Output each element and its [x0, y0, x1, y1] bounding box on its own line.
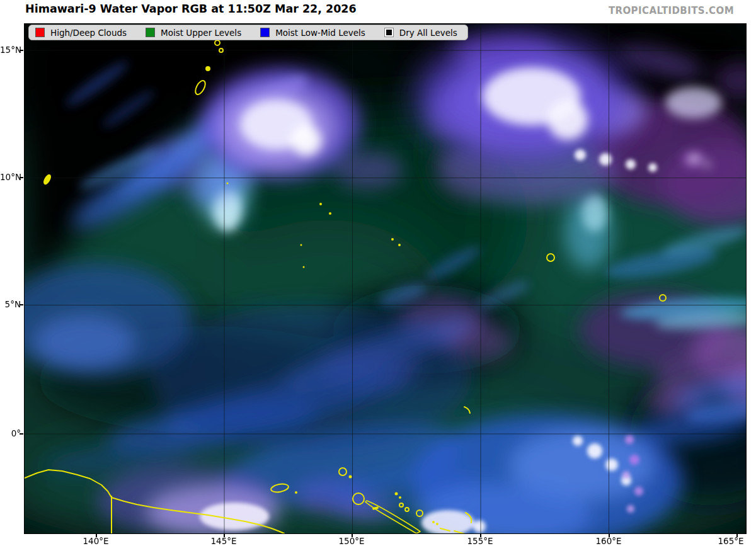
legend-item-dry-all-levels: Dry All Levels [384, 28, 457, 38]
water-vapor-imagery [25, 24, 746, 533]
lat-label: 0° [0, 428, 21, 438]
legend: High/Deep Clouds Moist Upper Levels Mois… [28, 25, 468, 40]
legend-swatch-moist-low-mid-levels [260, 28, 270, 37]
legend-label: Moist Low-Mid Levels [275, 28, 365, 38]
legend-swatch-dry-all-levels [384, 28, 394, 37]
legend-label: Moist Upper Levels [161, 28, 241, 38]
tropicaltidbits-satellite-page: Himawari-9 Water Vapor RGB at 11:50Z Mar… [0, 0, 756, 546]
page-title: Himawari-9 Water Vapor RGB at 11:50Z Mar… [25, 3, 357, 15]
lat-label: 10°N [0, 172, 21, 182]
lat-label: 15°N [0, 45, 21, 55]
lon-label: 145°E [210, 536, 236, 546]
lon-label: 160°E [595, 536, 621, 546]
lon-label: 140°E [83, 536, 108, 546]
legend-item-high-deep-clouds: High/Deep Clouds [35, 28, 127, 38]
legend-item-moist-low-mid-levels: Moist Low-Mid Levels [260, 28, 365, 38]
legend-item-moist-upper-levels: Moist Upper Levels [146, 28, 241, 38]
legend-label: Dry All Levels [399, 28, 457, 38]
legend-label: High/Deep Clouds [50, 28, 127, 38]
satellite-map: High/Deep Clouds Moist Upper Levels Mois… [24, 23, 747, 534]
watermark: TROPICALTIDBITS.COM [609, 5, 734, 16]
lon-label: 165°E [718, 536, 743, 546]
lon-label: 155°E [467, 536, 493, 546]
legend-swatch-high-deep-clouds [35, 28, 45, 37]
lat-label: 5°N [0, 299, 21, 309]
legend-swatch-moist-upper-levels [146, 28, 155, 37]
lon-label: 150°E [338, 536, 364, 546]
